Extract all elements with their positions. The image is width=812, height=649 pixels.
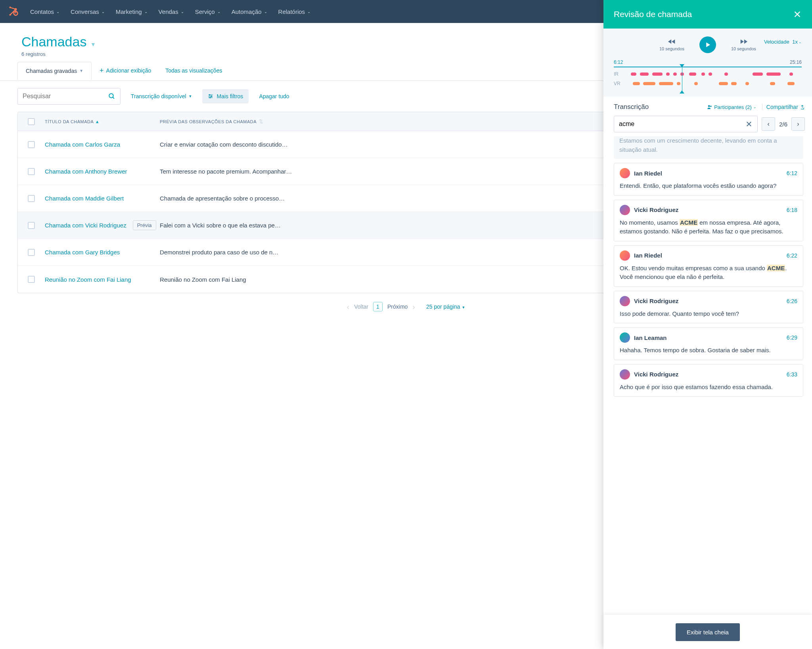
audio-segment [753, 73, 763, 76]
transcript-entry[interactable]: Vicki Rodriguez6:26Isso pode demorar. Qu… [614, 291, 803, 321]
transcript-section: Transcrição Participantes (2) ⌄ Comparti… [603, 97, 812, 320]
sort-icon: ⇅ [259, 118, 264, 124]
select-all-checkbox[interactable] [28, 118, 35, 125]
search-result-nav: ‹ 2/6 › [762, 117, 805, 131]
nav-item-0[interactable]: Contatos ⌄ [30, 8, 59, 15]
timeline[interactable]: 6:12 25:16 IR VR [614, 59, 802, 86]
audio-segment [701, 73, 705, 76]
audio-segment [659, 82, 673, 85]
nav-item-4[interactable]: Serviço ⌄ [195, 8, 220, 15]
forward-button[interactable]: 10 segundos [731, 38, 756, 51]
timestamp[interactable]: 6:22 [787, 252, 797, 259]
nav-item-5[interactable]: Automação ⌄ [232, 8, 267, 15]
call-notes: Chamada de apresentação sobre o processo… [160, 195, 285, 202]
participants-dropdown[interactable]: Participantes (2) ⌄ [707, 104, 756, 110]
chevron-down-icon: ⌄ [144, 10, 147, 14]
tab-recorded-calls[interactable]: Chamadas gravadas ▼ [17, 62, 92, 80]
svg-line-5 [113, 97, 114, 99]
row-checkbox[interactable] [28, 141, 35, 148]
audio-segment [694, 82, 698, 85]
timestamp[interactable]: 6:26 [787, 298, 797, 304]
time-current: 6:12 [614, 59, 623, 65]
filter-transcription[interactable]: Transcrição disponível ▼ [131, 93, 192, 99]
row-checkbox[interactable] [28, 168, 35, 175]
pagination-back[interactable]: Voltar [354, 304, 368, 310]
rewind-button[interactable]: 10 segundos [659, 38, 684, 51]
chevron-right-icon[interactable]: › [412, 302, 415, 311]
clear-icon[interactable] [745, 120, 753, 128]
play-icon [704, 41, 711, 48]
audio-segment [709, 73, 712, 76]
playhead[interactable] [682, 65, 682, 93]
prev-result-button[interactable]: ‹ [762, 117, 775, 131]
svg-point-11 [210, 97, 211, 98]
audio-segment [640, 73, 649, 76]
transcript-title: Transcrição [614, 103, 649, 111]
audio-segment [719, 82, 728, 85]
transcript-thread[interactable]: Estamos com um crescimento decente, leva… [614, 136, 805, 320]
audio-segment [666, 73, 670, 76]
sort-icon: ▴ [96, 118, 99, 124]
row-checkbox[interactable] [28, 222, 35, 229]
row-checkbox[interactable] [28, 249, 35, 256]
transcript-search-input[interactable] [619, 120, 745, 128]
call-title-link[interactable]: Reunião no Zoom com Fai Liang [45, 276, 131, 283]
speaker-track-a: IR [614, 71, 802, 77]
audio-segment [766, 73, 781, 76]
more-filters-button[interactable]: Mais filtros [202, 89, 249, 103]
next-result-button[interactable]: › [791, 117, 805, 131]
search-icon [108, 93, 115, 100]
nav-item-1[interactable]: Conversas ⌄ [71, 8, 105, 15]
avatar [620, 168, 630, 178]
page-title[interactable]: Chamadas ▼ [21, 34, 96, 50]
speaker-name: Ian Riedel [634, 170, 662, 177]
audio-segment [673, 73, 677, 76]
transcript-search[interactable] [614, 116, 758, 132]
speed-control[interactable]: Velocidade 1x⌄ [764, 39, 802, 45]
timestamp[interactable]: 6:12 [787, 170, 797, 176]
per-page-select[interactable]: 25 por página ▼ [426, 304, 465, 310]
search-input[interactable] [17, 88, 121, 105]
call-notes: Demonstrei produto para caso de uso de n… [160, 249, 278, 256]
call-notes: Falei com a Vicki sobre o que ela estava… [160, 222, 281, 229]
preview-badge[interactable]: Prévia [133, 220, 156, 230]
chevron-left-icon[interactable]: ‹ [347, 302, 350, 311]
clear-filters-link[interactable]: Apagar tudo [259, 93, 289, 99]
add-view-button[interactable]: + Adicionar exibição [100, 67, 151, 74]
search-highlight: ACME [767, 265, 785, 271]
pagination-current[interactable]: 1 [373, 302, 383, 311]
call-title-link[interactable]: Chamada com Vicki Rodriguez [45, 222, 126, 229]
all-views-link[interactable]: Todas as visualizações [165, 67, 222, 74]
nav-item-3[interactable]: Vendas ⌄ [159, 8, 184, 15]
transcript-entry[interactable]: Ian Riedel6:12Entendi. Então, que plataf… [614, 163, 803, 196]
svg-point-4 [109, 94, 113, 98]
close-icon[interactable] [793, 10, 802, 19]
transcript-entry[interactable]: Vicki Rodriguez6:18No momento, usamos AC… [614, 200, 803, 241]
audio-segment [689, 73, 696, 76]
call-review-panel: Revisão de chamada 10 segundos 10 segund… [603, 0, 812, 320]
audio-segment [631, 73, 636, 76]
hubspot-logo [8, 6, 19, 17]
audio-segment [643, 82, 655, 85]
pagination-next[interactable]: Próximo [387, 304, 408, 310]
audio-segment [731, 82, 736, 85]
search-field[interactable] [23, 93, 108, 100]
call-title-link[interactable]: Chamada com Anthony Brewer [45, 168, 127, 175]
nav-item-6[interactable]: Relatórios ⌄ [278, 8, 311, 15]
transcript-text: OK. Estou vendo muitas empresas como a s… [620, 264, 797, 282]
avatar [620, 250, 630, 261]
row-checkbox[interactable] [28, 276, 35, 283]
row-checkbox[interactable] [28, 195, 35, 202]
share-button[interactable]: Compartilhar [762, 104, 805, 110]
nav-item-2[interactable]: Marketing ⌄ [116, 8, 147, 15]
transcript-entry[interactable]: Ian Riedel6:22OK. Estou vendo muitas emp… [614, 245, 803, 287]
call-title-link[interactable]: Chamada com Carlos Garza [45, 141, 120, 148]
audio-segment [745, 82, 749, 85]
avatar [620, 205, 630, 215]
play-button[interactable] [699, 36, 716, 53]
call-title-link[interactable]: Chamada com Gary Bridges [45, 249, 120, 256]
audio-segment [787, 82, 795, 85]
timestamp[interactable]: 6:18 [787, 207, 797, 213]
call-title-link[interactable]: Chamada com Maddie Gilbert [45, 195, 124, 202]
col-header-title[interactable]: TÍTULO DA CHAMADA ▴ [45, 118, 160, 124]
